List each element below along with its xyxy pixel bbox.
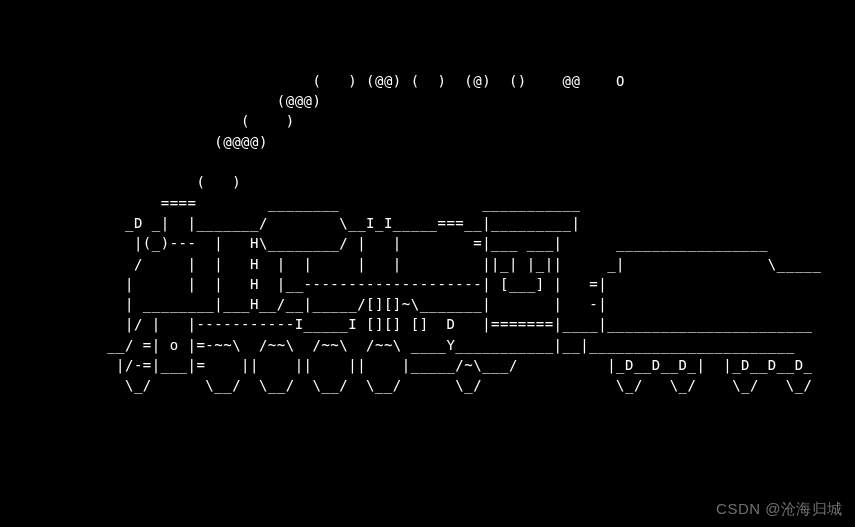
terminal-output: ( ) (@@) ( ) (@) () @@ O (@@@) ( ) (@@@@… (0, 0, 855, 527)
watermark-text: CSDN @沧海归城 (716, 500, 843, 519)
